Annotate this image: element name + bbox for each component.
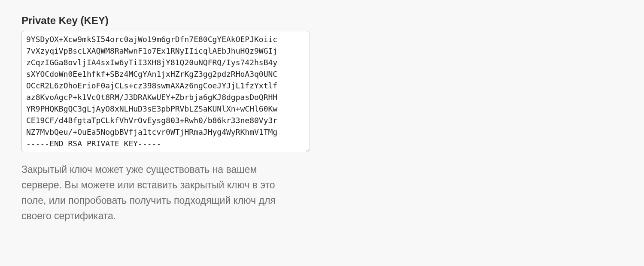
private-key-help-text: Закрытый ключ может уже существовать на … [21,162,279,224]
private-key-input[interactable] [21,31,310,152]
private-key-section-label: Private Key (KEY) [21,15,623,27]
